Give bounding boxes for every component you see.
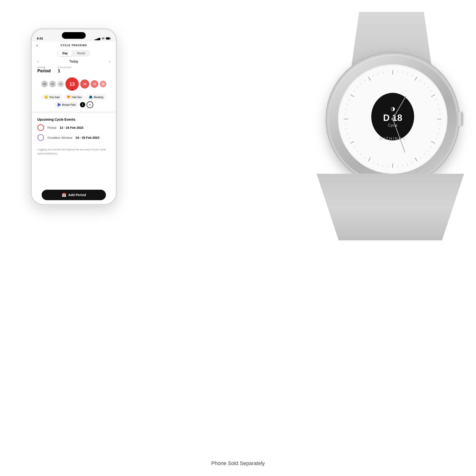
- svg-line-10: [424, 83, 425, 84]
- date-nav: ‹ Today ›: [32, 59, 116, 64]
- svg-line-13: [431, 95, 435, 97]
- bloating-label: Bloating: [94, 96, 103, 99]
- cycle-day-label: CYCLE DAY: [58, 66, 72, 68]
- breast-pain-label: Breast Pain: [62, 103, 76, 106]
- center-dot: [391, 118, 394, 120]
- svg-line-4: [397, 71, 398, 73]
- svg-line-55: [357, 86, 358, 87]
- svg-line-28: [415, 158, 417, 161]
- bloating-icon: 🧥: [89, 95, 93, 99]
- watch-crown: [457, 112, 463, 126]
- phase-block: PHASE Period: [37, 66, 51, 73]
- period-event-date: 13 - 16 Feb 2023: [60, 126, 84, 130]
- period-event-row: Period 13 - 16 Feb 2023: [37, 124, 110, 131]
- tag-bloating[interactable]: 🧥 Bloating: [86, 94, 106, 100]
- bubble-15[interactable]: 15: [91, 80, 98, 88]
- svg-line-21: [437, 134, 439, 134]
- svg-line-57: [364, 80, 365, 81]
- phase-value: Period: [37, 68, 51, 73]
- wifi-icon: [102, 37, 105, 40]
- svg-line-15: [437, 104, 439, 104]
- watch-face: ◑ D 18 Cycle WITHINGS: [338, 64, 447, 174]
- month-toggle-button[interactable]: Month: [72, 51, 90, 56]
- svg-rect-1: [106, 38, 109, 39]
- status-time: 9:41: [37, 37, 43, 40]
- svg-line-37: [373, 162, 374, 163]
- svg-line-45: [346, 134, 348, 134]
- log-note: Logging your period will improve the acc…: [32, 147, 116, 158]
- tag-counter-row: 1 +: [80, 102, 93, 108]
- bubble-11[interactable]: 11: [49, 81, 56, 87]
- svg-line-59: [373, 75, 374, 76]
- bubble-14[interactable]: 14: [80, 80, 89, 88]
- svg-line-40: [360, 154, 361, 155]
- cycle-day-block: CYCLE DAY 1: [58, 66, 72, 73]
- svg-line-32: [397, 165, 398, 167]
- dynamic-island: [62, 32, 86, 39]
- svg-line-61: [383, 71, 383, 73]
- add-period-button[interactable]: 📅 Add Period: [42, 190, 106, 200]
- bubble-12[interactable]: 12: [57, 81, 64, 87]
- svg-line-34: [388, 165, 388, 167]
- bubble-16[interactable]: 16: [100, 81, 106, 87]
- strap-bottom: [317, 174, 464, 240]
- watch-display: ◑ D 18 Cycle: [371, 93, 414, 140]
- svg-line-26: [424, 154, 425, 155]
- svg-line-35: [383, 165, 383, 167]
- svg-line-7: [412, 75, 412, 76]
- svg-line-5: [403, 71, 403, 73]
- svg-line-46: [345, 129, 347, 129]
- svg-line-36: [378, 163, 378, 165]
- phone-screen: ‹ CYCLE TRACKING Day Month ‹ Today › PHA…: [32, 42, 116, 204]
- tag-had-sex[interactable]: 🧡 Had Sex: [64, 94, 85, 100]
- breast-pain-icon: 🫐: [57, 103, 61, 107]
- svg-line-60: [378, 73, 378, 75]
- svg-line-25: [427, 150, 429, 151]
- tag-very-bad[interactable]: 😞 Very bad: [41, 94, 62, 100]
- phase-info: PHASE Period CYCLE DAY 1: [32, 64, 116, 74]
- svg-line-6: [407, 73, 408, 75]
- had-sex-label: Had Sex: [72, 96, 82, 99]
- ovulation-event-row: Ovulation Window 24 - 30 Feb 2023: [37, 134, 110, 141]
- svg-line-16: [438, 109, 440, 109]
- bubble-13[interactable]: 13: [66, 77, 79, 91]
- watch: ◑ D 18 Cycle WITHINGS: [305, 12, 476, 226]
- view-toggle[interactable]: Day Month: [32, 50, 116, 57]
- period-event-label: Period: [47, 126, 56, 130]
- svg-line-19: [439, 124, 441, 124]
- svg-line-50: [345, 109, 347, 109]
- battery-icon: [106, 37, 111, 40]
- status-icons: ▂▄▆: [95, 37, 111, 40]
- back-button[interactable]: ‹: [36, 43, 38, 48]
- add-period-label: Add Period: [68, 193, 86, 197]
- very-bad-label: Very bad: [49, 96, 60, 99]
- ovulation-event-date: 24 - 30 Feb 2023: [76, 136, 100, 139]
- prev-date-button[interactable]: ‹: [37, 60, 38, 63]
- cycle-day-value: 1: [58, 68, 60, 73]
- add-tag-button[interactable]: +: [87, 102, 93, 108]
- footer-text: Phone Sold Separately: [211, 460, 265, 466]
- tag-count[interactable]: 1: [80, 102, 85, 107]
- period-circle-icon: [37, 124, 44, 131]
- svg-line-43: [351, 141, 354, 143]
- tag-breast-pain[interactable]: 🫐 Breast Pain: [54, 102, 79, 108]
- ovulation-event-label: Ovulation Window: [47, 136, 72, 139]
- svg-line-47: [344, 124, 346, 124]
- svg-line-14: [435, 99, 437, 100]
- svg-line-8: [415, 77, 417, 80]
- svg-line-20: [438, 129, 440, 129]
- svg-line-56: [360, 83, 361, 84]
- ovulation-circle-icon: [37, 134, 44, 141]
- svg-line-44: [348, 138, 350, 139]
- svg-line-9: [420, 80, 421, 81]
- symptom-tags: 😞 Very bad 🧡 Had Sex 🧥 Bloating 🫐 Breast…: [32, 93, 116, 109]
- add-period-icon: 📅: [62, 193, 67, 197]
- next-date-button[interactable]: ›: [109, 60, 110, 63]
- svg-line-52: [348, 99, 350, 100]
- day-toggle-button[interactable]: Day: [58, 51, 72, 56]
- had-sex-icon: 🧡: [67, 95, 70, 99]
- brand-label: WITHINGS: [379, 136, 406, 141]
- phone: 9:41 ▂▄▆ ‹ CYCLE TRACKING Day: [31, 29, 117, 205]
- svg-line-39: [364, 157, 365, 158]
- bubble-10[interactable]: 10: [41, 81, 48, 87]
